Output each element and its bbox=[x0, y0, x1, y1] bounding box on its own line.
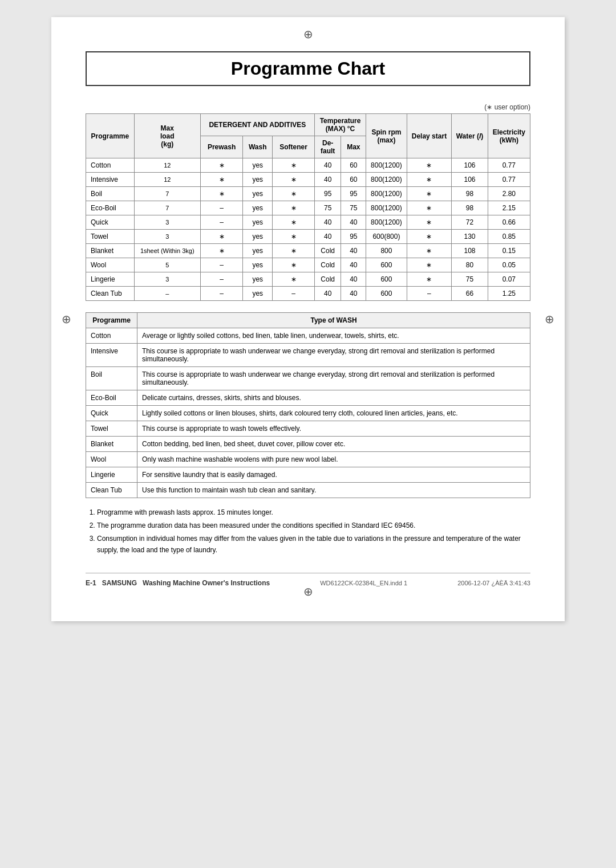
cell-spin: 800 bbox=[366, 244, 407, 258]
wash-table-row: Quick Lightly soiled cottons or linen bl… bbox=[86, 406, 530, 421]
cell-prewash: ∗ bbox=[200, 158, 243, 173]
cell-temp-default: 40 bbox=[314, 158, 341, 173]
cell-delay: ∗ bbox=[407, 230, 452, 244]
col-header-temp-group: Temperature(MAX) °C bbox=[314, 114, 366, 136]
wash-cell-description: Average or lightly soiled cottons, bed l… bbox=[137, 328, 530, 344]
cell-spin: 600 bbox=[366, 272, 407, 287]
cell-water: 98 bbox=[452, 201, 488, 215]
cell-spin: 600 bbox=[366, 258, 407, 272]
cell-electricity: 2.15 bbox=[488, 201, 530, 215]
table-row: Lingerie 3 – yes ∗ Cold 40 600 ∗ 75 0.07 bbox=[86, 272, 530, 287]
wash-cell-description: Lightly soiled cottons or linen blouses,… bbox=[137, 406, 530, 421]
wash-cell-programme: Boil bbox=[86, 367, 137, 390]
cell-load: 3 bbox=[134, 272, 200, 287]
wash-cell-programme: Clean Tub bbox=[86, 483, 137, 498]
cell-temp-default: Cold bbox=[314, 258, 341, 272]
cell-temp-max: 75 bbox=[341, 201, 366, 215]
cell-water: 75 bbox=[452, 272, 488, 287]
cell-electricity: 0.15 bbox=[488, 244, 530, 258]
cell-programme: Boil bbox=[86, 187, 135, 201]
footnote-item: Consumption in individual homes may diff… bbox=[97, 533, 530, 555]
cell-temp-default: 40 bbox=[314, 215, 341, 230]
table-row: Eco-Boil 7 – yes ∗ 75 75 800(1200) ∗ 98 … bbox=[86, 201, 530, 215]
cell-wash: yes bbox=[243, 244, 273, 258]
cell-wash: yes bbox=[243, 158, 273, 173]
cell-water: 98 bbox=[452, 187, 488, 201]
wash-cell-programme: Wool bbox=[86, 452, 137, 467]
footer-brand: SAMSUNG bbox=[102, 579, 137, 587]
cell-temp-default: 95 bbox=[314, 187, 341, 201]
cell-load: 5 bbox=[134, 258, 200, 272]
cell-softener: ∗ bbox=[273, 272, 315, 287]
table-row: Quick 3 – yes ∗ 40 40 800(1200) ∗ 72 0.6… bbox=[86, 215, 530, 230]
table-row: Cotton 12 ∗ yes ∗ 40 60 800(1200) ∗ 106 … bbox=[86, 158, 530, 173]
footnotes: Programme with prewash lasts approx. 15 … bbox=[86, 507, 530, 556]
cell-delay: ∗ bbox=[407, 173, 452, 187]
wash-cell-description: This course is appropriate to wash under… bbox=[137, 367, 530, 390]
cell-spin: 800(1200) bbox=[366, 158, 407, 173]
cell-temp-default: Cold bbox=[314, 244, 341, 258]
footer-date: 2006-12-07 ¿ÀÈÄ 3:41:43 bbox=[457, 580, 530, 586]
col-header-temp-default: De-fault bbox=[314, 136, 341, 158]
cell-load: 7 bbox=[134, 187, 200, 201]
cell-prewash: ∗ bbox=[200, 173, 243, 187]
cell-delay: ∗ bbox=[407, 158, 452, 173]
cell-electricity: 0.07 bbox=[488, 272, 530, 287]
cell-wash: yes bbox=[243, 258, 273, 272]
table-row: Boil 7 ∗ yes ∗ 95 95 800(1200) ∗ 98 2.80 bbox=[86, 187, 530, 201]
cell-programme: Blanket bbox=[86, 244, 135, 258]
page: ⊕ ⊕ ⊕ Programme Chart (∗ user option) Pr… bbox=[51, 17, 565, 621]
title-box: Programme Chart bbox=[86, 51, 530, 86]
table-row: Towel 3 ∗ yes ∗ 40 95 600(800) ∗ 130 0.8… bbox=[86, 230, 530, 244]
cell-programme: Quick bbox=[86, 215, 135, 230]
cell-programme: Towel bbox=[86, 230, 135, 244]
wash-cell-description: For sensitive laundry that is easily dam… bbox=[137, 467, 530, 483]
cell-spin: 800(1200) bbox=[366, 187, 407, 201]
cell-spin: 800(1200) bbox=[366, 173, 407, 187]
table-row: Intensive 12 ∗ yes ∗ 40 60 800(1200) ∗ 1… bbox=[86, 173, 530, 187]
cell-temp-max: 40 bbox=[341, 215, 366, 230]
cell-temp-max: 40 bbox=[341, 244, 366, 258]
cell-temp-max: 95 bbox=[341, 230, 366, 244]
cell-wash: yes bbox=[243, 215, 273, 230]
wash-table-header-type: Type of WASH bbox=[137, 313, 530, 328]
table-row: Clean Tub – – yes – 40 40 600 – 66 1.25 bbox=[86, 287, 530, 301]
cell-water: 72 bbox=[452, 215, 488, 230]
wash-cell-programme: Blanket bbox=[86, 437, 137, 452]
cell-wash: yes bbox=[243, 287, 273, 301]
cell-softener: ∗ bbox=[273, 158, 315, 173]
cell-delay: ∗ bbox=[407, 272, 452, 287]
cell-prewash: – bbox=[200, 215, 243, 230]
cell-load: – bbox=[134, 287, 200, 301]
cell-prewash: – bbox=[200, 272, 243, 287]
col-header-max-load: Maxload(kg) bbox=[134, 114, 200, 158]
cell-temp-max: 60 bbox=[341, 173, 366, 187]
wash-cell-description: Only wash machine washable woolens with … bbox=[137, 452, 530, 467]
cell-delay: – bbox=[407, 287, 452, 301]
cell-water: 108 bbox=[452, 244, 488, 258]
wash-table-row: Boil This course is appropriate to wash … bbox=[86, 367, 530, 390]
col-header-water: Water (l) bbox=[452, 114, 488, 158]
wash-cell-description: This course is appropriate to wash under… bbox=[137, 344, 530, 367]
cell-water: 66 bbox=[452, 287, 488, 301]
cell-spin: 800(1200) bbox=[366, 201, 407, 215]
col-header-programme: Programme bbox=[86, 114, 135, 158]
col-header-temp-max: Max bbox=[341, 136, 366, 158]
table-row: Wool 5 – yes ∗ Cold 40 600 ∗ 80 0.05 bbox=[86, 258, 530, 272]
cell-temp-max: 40 bbox=[341, 272, 366, 287]
cell-electricity: 2.80 bbox=[488, 187, 530, 201]
col-header-delay: Delay start bbox=[407, 114, 452, 158]
cell-temp-max: 40 bbox=[341, 287, 366, 301]
cell-temp-default: Cold bbox=[314, 272, 341, 287]
cell-softener: – bbox=[273, 287, 315, 301]
cell-delay: ∗ bbox=[407, 187, 452, 201]
cell-softener: ∗ bbox=[273, 258, 315, 272]
wash-cell-description: Delicate curtains, dresses, skirts, shir… bbox=[137, 390, 530, 406]
col-header-prewash: Prewash bbox=[200, 136, 243, 158]
cell-electricity: 0.66 bbox=[488, 215, 530, 230]
cell-spin: 600 bbox=[366, 287, 407, 301]
wash-table-row: Intensive This course is appropriate to … bbox=[86, 344, 530, 367]
cell-load: 1sheet (Within 3kg) bbox=[134, 244, 200, 258]
wash-cell-description: This course is appropriate to wash towel… bbox=[137, 421, 530, 437]
wash-table-row: Eco-Boil Delicate curtains, dresses, ski… bbox=[86, 390, 530, 406]
